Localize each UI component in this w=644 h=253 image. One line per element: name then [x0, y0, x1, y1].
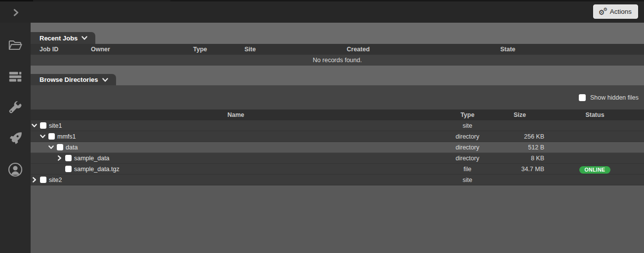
chevron-down-icon[interactable] — [40, 133, 46, 140]
chevron-right-icon[interactable] — [31, 177, 38, 183]
chevron-right-icon — [12, 9, 20, 16]
row-type: site — [441, 122, 494, 129]
jobs-col-jobid: Job ID — [40, 46, 91, 53]
chevron-spacer — [56, 166, 63, 172]
row-name-label: site2 — [49, 177, 62, 183]
cogs-icon: ⚙⚙ — [599, 7, 607, 16]
jobs-empty-message: No records found. — [31, 55, 644, 66]
job-queue-icon — [7, 69, 23, 84]
tree-row[interactable]: sample_datadirectory8 KB — [31, 153, 644, 164]
user-circle-icon — [7, 162, 23, 178]
row-size: 34.7 MB — [494, 166, 546, 173]
row-type: directory — [441, 133, 494, 140]
sidebar-item-launch[interactable] — [7, 131, 24, 146]
row-type: directory — [441, 144, 494, 151]
row-name-label: sample_data.tgz — [74, 166, 120, 173]
tree-row[interactable]: sample_data.tgzfile34.7 MBONLINE — [31, 164, 644, 175]
row-checkbox[interactable] — [40, 177, 46, 183]
tree-row[interactable]: mmfs1directory256 KB — [31, 131, 644, 142]
show-hidden-files-row: Show hidden files — [31, 85, 644, 109]
chevron-down-icon — [102, 77, 108, 83]
jobs-col-type: Type — [193, 46, 244, 53]
recent-jobs-title: Recent Jobs — [40, 35, 78, 42]
tree-row[interactable]: site1site — [31, 120, 644, 131]
jobs-col-site: Site — [244, 46, 347, 53]
status-badge-online: ONLINE — [579, 166, 610, 174]
row-name-label: data — [66, 144, 78, 151]
sidebar-expand-toggle[interactable] — [10, 6, 22, 18]
browse-directories-title: Browse Directories — [40, 76, 98, 83]
tree-col-type: Type — [441, 111, 494, 118]
tree-row[interactable]: datadirectory512 B — [31, 142, 644, 153]
top-bar: ⚙⚙ Actions — [0, 0, 644, 23]
row-checkbox[interactable] — [57, 144, 63, 150]
row-name-label: site1 — [49, 122, 62, 129]
actions-button[interactable]: ⚙⚙ Actions — [593, 4, 638, 19]
row-size: 8 KB — [494, 155, 546, 162]
wrench-icon — [7, 100, 23, 115]
app-window: ⚙⚙ Actions — [0, 0, 644, 253]
show-hidden-files-label: Show hidden files — [590, 94, 639, 101]
show-hidden-files-checkbox[interactable] — [579, 94, 586, 101]
sidebar-item-jobs[interactable] — [7, 69, 24, 84]
recent-jobs-table-header: Job ID Owner Type Site Created State — [31, 44, 644, 55]
row-status: ONLINE — [546, 165, 644, 174]
row-type: site — [441, 177, 494, 183]
tree-col-name: Name — [31, 111, 441, 118]
chevron-down-icon[interactable] — [31, 122, 38, 129]
tree-rows: site1sitemmfs1directory256 KBdatadirecto… — [31, 120, 644, 185]
row-checkbox[interactable] — [65, 166, 72, 172]
row-size: 256 KB — [494, 133, 546, 140]
jobs-col-owner: Owner — [91, 46, 193, 53]
row-checkbox[interactable] — [65, 155, 72, 161]
row-name-label: sample_data — [74, 155, 110, 162]
tree-table-header: Name Type Size Status — [31, 109, 644, 120]
tree-col-size: Size — [494, 111, 546, 118]
tree-row[interactable]: site2site — [31, 175, 644, 185]
row-checkbox[interactable] — [40, 122, 46, 129]
sidebar-item-browse[interactable] — [7, 37, 24, 53]
top-edge-strip — [0, 0, 644, 1]
sidebar-nav — [0, 23, 31, 253]
sidebar-item-account[interactable] — [7, 162, 24, 178]
row-type: directory — [441, 155, 494, 162]
row-name-label: mmfs1 — [57, 133, 76, 140]
actions-button-label: Actions — [610, 8, 632, 15]
folder-open-icon — [7, 38, 23, 53]
row-checkbox[interactable] — [48, 133, 55, 140]
panel-background — [31, 185, 644, 253]
chevron-right-icon[interactable] — [56, 155, 63, 161]
chevron-down-icon[interactable] — [48, 144, 54, 150]
row-size: 512 B — [494, 144, 546, 151]
rocket-icon — [7, 131, 23, 146]
row-type: file — [441, 166, 494, 173]
jobs-col-created: Created — [347, 46, 500, 53]
tree-col-status: Status — [546, 111, 644, 118]
sidebar-item-tools[interactable] — [7, 100, 24, 115]
browse-directories-panel: Show hidden files Name Type Size Status … — [31, 85, 644, 185]
main-content: Recent Jobs Job ID Owner Type Site Creat… — [31, 23, 644, 253]
jobs-col-state: State — [500, 46, 644, 53]
chevron-down-icon — [81, 35, 87, 41]
recent-jobs-section-toggle[interactable]: Recent Jobs — [31, 32, 95, 44]
browse-directories-section-toggle[interactable]: Browse Directories — [31, 74, 116, 85]
